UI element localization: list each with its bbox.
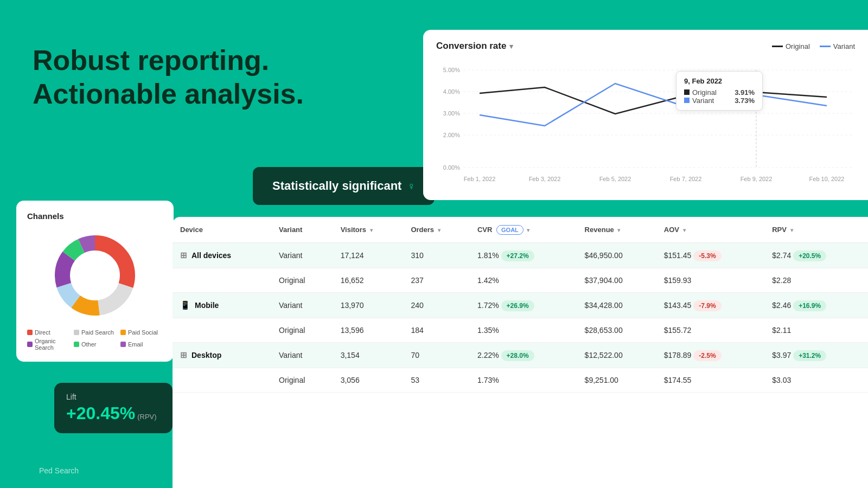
cell-visitors: 13,970 xyxy=(333,293,404,318)
cell-orders: 240 xyxy=(403,293,470,318)
cell-rpv: $2.28 xyxy=(764,268,868,293)
col-rpv[interactable]: RPV ▾ xyxy=(764,217,868,243)
goal-badge: GOAL xyxy=(496,225,524,235)
cell-variant: Variant xyxy=(271,293,333,318)
legend-email: Email xyxy=(120,338,163,351)
cell-revenue: $34,428.00 xyxy=(577,293,656,318)
sig-icon: ♀ xyxy=(407,180,415,192)
cell-cvr: 1.72% +26.9% xyxy=(470,293,577,318)
cell-revenue: $46,950.00 xyxy=(577,243,656,268)
sig-badge-text: Statistically significant xyxy=(272,179,401,193)
cell-visitors: 3,154 xyxy=(333,343,404,368)
legend-direct: Direct xyxy=(27,329,69,336)
cell-cvr: 1.42% xyxy=(470,268,577,293)
legend-line-variant xyxy=(820,46,831,47)
svg-text:3.00%: 3.00% xyxy=(443,110,460,117)
svg-text:Feb 9, 2022: Feb 9, 2022 xyxy=(741,176,773,182)
sig-badge: Statistically significant ♀ xyxy=(253,167,435,205)
cell-rpv: $2.46 +16.9% xyxy=(764,293,868,318)
chart-title[interactable]: Conversion rate ▾ xyxy=(436,41,513,52)
col-aov[interactable]: AOV ▾ xyxy=(656,217,764,243)
cell-device: 📱Mobile xyxy=(173,293,271,318)
cell-revenue: $12,522.00 xyxy=(577,343,656,368)
cell-visitors: 13,596 xyxy=(333,318,404,343)
cell-device xyxy=(173,318,271,343)
table-row: Original16,6522371.42%$37,904.00$159.93$… xyxy=(173,268,868,293)
legend-line-original xyxy=(772,46,783,47)
tooltip-original: Original 3.91% xyxy=(684,88,755,97)
donut-chart xyxy=(27,229,163,322)
tooltip-date: 9, Feb 2022 xyxy=(684,77,755,85)
line-chart-svg: 5.00% 4.00% 3.00% 2.00% 0.00% Feb 1, 202… xyxy=(436,59,854,189)
cell-cvr: 2.22% +28.0% xyxy=(470,343,577,368)
cell-device: ⊞Desktop xyxy=(173,343,271,368)
cell-rpv: $3.03 xyxy=(764,368,868,393)
cell-revenue: $37,904.00 xyxy=(577,268,656,293)
cell-revenue: $9,251.00 xyxy=(577,368,656,393)
svg-text:4.00%: 4.00% xyxy=(443,88,460,95)
svg-text:Feb 1, 2022: Feb 1, 2022 xyxy=(464,176,496,182)
col-visitors[interactable]: Visitors ▾ xyxy=(333,217,404,243)
cell-aov: $178.89 -2.5% xyxy=(656,343,764,368)
cell-visitors: 16,652 xyxy=(333,268,404,293)
cell-cvr: 1.81% +27.2% xyxy=(470,243,577,268)
cell-variant: Variant xyxy=(271,343,333,368)
lift-card: Lift +20.45% (RPV) xyxy=(54,383,173,433)
cell-visitors: 17,124 xyxy=(333,243,404,268)
table-card: Device Variant Visitors ▾ Orders ▾ CVR G… xyxy=(173,217,868,488)
cell-device: ⊞All devices xyxy=(173,243,271,268)
chart-tooltip: 9, Feb 2022 Original 3.91% Variant 3.73% xyxy=(676,71,763,111)
svg-text:Feb 5, 2022: Feb 5, 2022 xyxy=(599,176,631,182)
lift-label: Lift xyxy=(66,393,161,401)
cell-orders: 237 xyxy=(403,268,470,293)
cell-orders: 310 xyxy=(403,243,470,268)
col-cvr[interactable]: CVR GOAL ▾ xyxy=(470,217,577,243)
cell-rpv: $2.11 xyxy=(764,318,868,343)
hero-line1: Robust reporting. xyxy=(33,43,304,77)
cell-aov: $155.72 xyxy=(656,318,764,343)
svg-text:0.00%: 0.00% xyxy=(443,164,460,171)
chart-header: Conversion rate ▾ Original Variant xyxy=(436,41,855,52)
hero-line2: Actionable analysis. xyxy=(33,77,304,111)
cell-cvr: 1.73% xyxy=(470,368,577,393)
table-row: 📱MobileVariant13,9702401.72% +26.9%$34,4… xyxy=(173,293,868,318)
cell-aov: $159.93 xyxy=(656,268,764,293)
lift-sub: (RPV) xyxy=(137,413,156,421)
svg-text:2.00%: 2.00% xyxy=(443,132,460,138)
legend-variant: Variant xyxy=(820,42,855,50)
cell-revenue: $28,653.00 xyxy=(577,318,656,343)
data-table: Device Variant Visitors ▾ Orders ▾ CVR G… xyxy=(173,217,868,393)
svg-text:Feb 3, 2022: Feb 3, 2022 xyxy=(529,176,561,182)
cell-visitors: 3,056 xyxy=(333,368,404,393)
cell-variant: Variant xyxy=(271,243,333,268)
cell-orders: 53 xyxy=(403,368,470,393)
cell-cvr: 1.35% xyxy=(470,318,577,343)
cell-aov: $151.45 -5.3% xyxy=(656,243,764,268)
svg-text:5.00%: 5.00% xyxy=(443,67,460,73)
svg-text:Feb 10, 2022: Feb 10, 2022 xyxy=(809,176,845,182)
legend-original: Original xyxy=(772,42,810,50)
cell-orders: 184 xyxy=(403,318,470,343)
chart-dropdown-icon[interactable]: ▾ xyxy=(509,42,513,50)
col-revenue[interactable]: Revenue ▾ xyxy=(577,217,656,243)
cell-device xyxy=(173,268,271,293)
svg-point-7 xyxy=(78,258,112,293)
table-row: Original13,5961841.35%$28,653.00$155.72$… xyxy=(173,318,868,343)
col-variant: Variant xyxy=(271,217,333,243)
svg-text:Feb 7, 2022: Feb 7, 2022 xyxy=(670,176,702,182)
table-row: ⊞DesktopVariant3,154702.22% +28.0%$12,52… xyxy=(173,343,868,368)
channels-legend: Direct Paid Search Paid Social Organic S… xyxy=(27,329,163,351)
legend-paid-search: Paid Search xyxy=(74,329,116,336)
col-orders[interactable]: Orders ▾ xyxy=(403,217,470,243)
table-row: ⊞All devicesVariant17,1243101.81% +27.2%… xyxy=(173,243,868,268)
tooltip-variant: Variant 3.73% xyxy=(684,97,755,105)
legend-other: Other xyxy=(74,338,116,351)
cell-aov: $143.45 -7.9% xyxy=(656,293,764,318)
channels-card: Channels Direct Paid Search Paid xyxy=(16,201,174,362)
col-device: Device xyxy=(173,217,271,243)
cell-variant: Original xyxy=(271,318,333,343)
cell-rpv: $2.74 +20.5% xyxy=(764,243,868,268)
cell-variant: Original xyxy=(271,268,333,293)
table-row: Original3,056531.73%$9,251.00$174.55$3.0… xyxy=(173,368,868,393)
ped-search-label: Ped Search xyxy=(39,466,79,475)
